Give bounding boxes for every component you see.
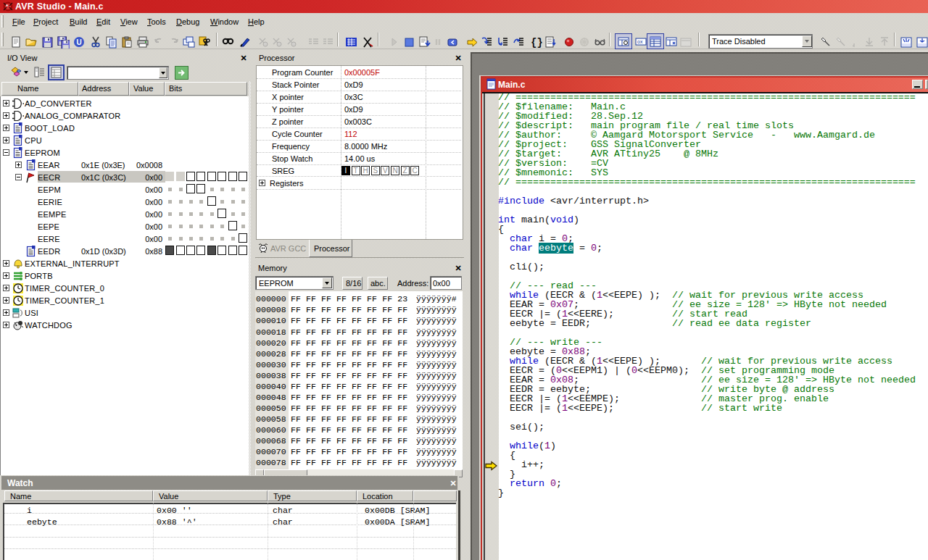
svg-text:{}: {} xyxy=(531,37,542,49)
svg-text:ox: ox xyxy=(637,39,643,44)
svg-text:U: U xyxy=(76,38,81,46)
